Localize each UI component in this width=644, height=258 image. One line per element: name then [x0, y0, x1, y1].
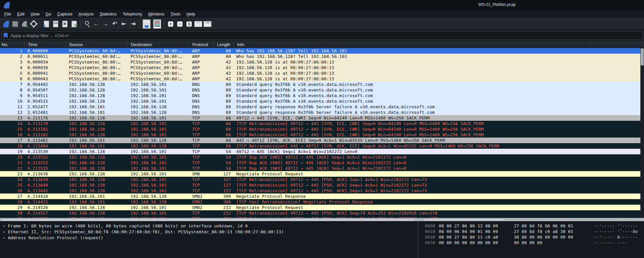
menu-file[interactable]: File: [1, 11, 14, 17]
detail-line-2[interactable]: ▸Ethernet II, Src: PCSSystemtec_60:8d:f8…: [0, 229, 418, 235]
menu-go[interactable]: Go: [42, 11, 54, 17]
packet-source: 192.168.56.128: [66, 205, 127, 210]
column-header-source[interactable]: Source: [66, 41, 127, 48]
column-header-protocol[interactable]: Protocol: [189, 41, 214, 48]
menu-tools[interactable]: Tools: [167, 11, 183, 17]
packet-row-12[interactable]: 122.652481192.168.56.101192.168.56.128DN…: [0, 110, 644, 115]
stop-capture-icon[interactable]: [11, 19, 20, 29]
packet-row-18[interactable]: 184.213484192.168.56.101192.168.56.128TC…: [0, 143, 644, 149]
menu-help[interactable]: Help: [183, 11, 198, 17]
menu-view[interactable]: View: [27, 11, 42, 17]
packet-row-9[interactable]: 90.954511192.168.56.128192.168.56.101DNS…: [0, 93, 644, 98]
menu-edit[interactable]: Edit: [14, 11, 27, 17]
hex-ascii[interactable]: ··'····· '`······: [594, 223, 638, 229]
hex-bytes[interactable]: 08 00 06 04 00 01 08 00: [439, 229, 498, 234]
expander-arrow-icon[interactable]: ▸: [3, 235, 6, 241]
display-filter-input[interactable]: Apply a display filter ... <Ctrl-/>: [1, 31, 643, 40]
hex-bytes[interactable]: 00 00 00 00 00 00 00 00: [439, 240, 498, 245]
filter-bookmark-icon[interactable]: [4, 33, 8, 38]
hex-bytes[interactable]: 08 00 27 86 80 13 08 00: [439, 223, 498, 229]
menu-telephony[interactable]: Telephony: [120, 11, 145, 17]
packet-row-27[interactable]: 274.214418192.168.56.101192.168.56.128SM…: [0, 194, 644, 199]
go-to-packet-icon[interactable]: [110, 19, 119, 29]
packet-row-24[interactable]: 244.213639192.168.56.128192.168.56.101TC…: [0, 177, 644, 182]
menu-analyze[interactable]: Analyze: [75, 11, 97, 17]
hex-row-0010[interactable]: 001008 00 06 04 00 01 08 0027 60 8d f8 c…: [418, 229, 644, 234]
packet-row-30[interactable]: 304.214527192.168.56.128192.168.56.101TC…: [0, 210, 644, 216]
packet-row-22[interactable]: 224.213535192.168.56.128192.168.56.101TC…: [0, 166, 644, 171]
menu-capture[interactable]: Capture: [54, 11, 75, 17]
detail-line-3[interactable]: ▸Address Resolution Protocol (request): [0, 235, 418, 241]
packet-row-11[interactable]: 112.652477192.168.56.101192.168.56.128DN…: [0, 104, 644, 110]
zoom-original-icon[interactable]: [184, 19, 194, 29]
zoom-out-icon[interactable]: [175, 19, 184, 29]
packet-row-20[interactable]: 204.213531192.168.56.128192.168.56.101TC…: [0, 154, 644, 160]
packet-row-29[interactable]: 294.214526192.168.56.128192.168.56.101SM…: [0, 205, 644, 210]
hex-bytes[interactable]: 08 00 27 86 80 13 c0 a8: [439, 234, 498, 240]
packet-row-3[interactable]: 30.000034PCSSystemtec_86:80:…PCSSystemte…: [0, 59, 644, 65]
hex-bytes[interactable]: 00 00 00 00: [514, 240, 542, 245]
save-file-icon[interactable]: [51, 19, 60, 29]
packet-row-25[interactable]: 254.213640192.168.56.128192.168.56.101TC…: [0, 182, 644, 188]
packet-row-21[interactable]: 214.213532192.168.56.128192.168.56.101TC…: [0, 160, 644, 166]
column-header-time[interactable]: Time: [25, 41, 66, 48]
column-header-no[interactable]: No.: [0, 41, 25, 48]
open-file-icon[interactable]: [42, 19, 51, 29]
column-header-info[interactable]: Info: [234, 41, 590, 48]
hex-row-0000[interactable]: 000008 00 27 86 80 13 08 0027 60 8d f8 0…: [418, 223, 644, 229]
column-header-destination[interactable]: Destination: [127, 41, 189, 48]
wireshark-start-icon[interactable]: [1, 19, 11, 29]
packet-row-10[interactable]: 100.954515192.168.56.128192.168.56.101DN…: [0, 98, 644, 104]
hex-row-0020[interactable]: 002008 00 27 86 80 13 c0 a838 80 00 00 0…: [418, 234, 644, 240]
colorize-packets-icon[interactable]: [141, 19, 152, 29]
packet-row-15[interactable]: 154.213181192.168.56.128192.168.56.101TC…: [0, 126, 644, 132]
packet-row-8[interactable]: 80.954507192.168.56.128192.168.56.101DNS…: [0, 87, 644, 93]
packet-row-23[interactable]: 234.213638192.168.56.128192.168.56.101SM…: [0, 171, 644, 177]
packet-row-17[interactable]: 174.213482192.168.56.101192.168.56.128TC…: [0, 138, 644, 143]
capture-options-icon[interactable]: [29, 19, 38, 29]
close-file-icon[interactable]: [60, 19, 70, 29]
auto-scroll-icon[interactable]: [152, 19, 162, 29]
resize-columns-icon[interactable]: [194, 19, 203, 29]
packet-row-13[interactable]: 134.213176192.168.56.128192.168.56.101TC…: [0, 115, 644, 121]
column-header-length[interactable]: Length: [214, 41, 234, 48]
splitter-grip-icon[interactable]: [414, 219, 424, 221]
reload-file-icon[interactable]: [70, 19, 79, 29]
restart-capture-icon[interactable]: [20, 19, 29, 29]
column-display-icon[interactable]: [203, 19, 212, 29]
packet-length: 89: [214, 98, 234, 104]
hex-ascii[interactable]: ··'····· 8·······: [594, 234, 638, 240]
horizontal-scrollbar-thumb[interactable]: [1, 219, 504, 221]
vertical-scrollbar-thumb[interactable]: [641, 48, 644, 65]
packet-row-7[interactable]: 70.954492192.168.56.128192.168.56.101DNS…: [0, 82, 644, 87]
packet-row-26[interactable]: 264.213642192.168.56.128192.168.56.101TC…: [0, 188, 644, 194]
packet-length: 66: [214, 115, 234, 121]
go-last-packet-icon[interactable]: [128, 19, 138, 29]
go-forward-icon[interactable]: [101, 19, 110, 29]
hex-bytes[interactable]: 27 60 8d f8 08 06 00 01: [514, 223, 573, 229]
detail-line-1[interactable]: ▸Frame 1: 60 bytes on wire (480 bits), 6…: [0, 223, 418, 229]
expander-arrow-icon[interactable]: ▸: [3, 223, 6, 229]
expander-arrow-icon[interactable]: ▸: [3, 229, 6, 235]
hex-bytes[interactable]: 38 80 00 00 00 00 00 00: [514, 234, 573, 240]
hex-row-0030[interactable]: 003000 00 00 00 00 00 00 0000 00 00 00··…: [418, 240, 644, 245]
packet-row-1[interactable]: 10.000000PCSSystemtec_60:8d:…PCSSystemte…: [0, 48, 644, 54]
packet-row-14[interactable]: 144.213179192.168.56.128192.168.56.101TC…: [0, 121, 644, 126]
hex-ascii[interactable]: ········ '`····8e: [594, 229, 638, 234]
zoom-in-icon[interactable]: [166, 19, 175, 29]
hex-ascii[interactable]: ········ ····: [594, 240, 628, 245]
menu-statistics[interactable]: Statistics: [97, 11, 120, 17]
find-packet-icon[interactable]: [82, 19, 92, 29]
packet-row-2[interactable]: 20.000011PCSSystemtec_60:8d:…PCSSystemte…: [0, 54, 644, 59]
go-back-icon[interactable]: [92, 19, 101, 29]
hex-bytes[interactable]: 27 60 8d f8 c0 a8 38 65: [514, 229, 573, 234]
packet-row-6[interactable]: 60.000043PCSSystemtec_86:80:…PCSSystemte…: [0, 76, 644, 82]
vertical-scrollbar[interactable]: [640, 48, 644, 218]
packet-row-4[interactable]: 40.000038PCSSystemtec_86:80:…PCSSystemte…: [0, 65, 644, 70]
packet-row-19[interactable]: 194.213530192.168.56.128192.168.56.101TC…: [0, 149, 644, 154]
packet-row-5[interactable]: 50.000041PCSSystemtec_86:80:…PCSSystemte…: [0, 70, 644, 76]
packet-row-28[interactable]: 284.214421192.168.56.101192.168.56.128SM…: [0, 199, 644, 205]
go-first-packet-icon[interactable]: [119, 19, 128, 29]
packet-row-16[interactable]: 164.213182192.168.56.128192.168.56.101TC…: [0, 132, 644, 138]
menu-wireless[interactable]: Wireless: [145, 11, 168, 17]
